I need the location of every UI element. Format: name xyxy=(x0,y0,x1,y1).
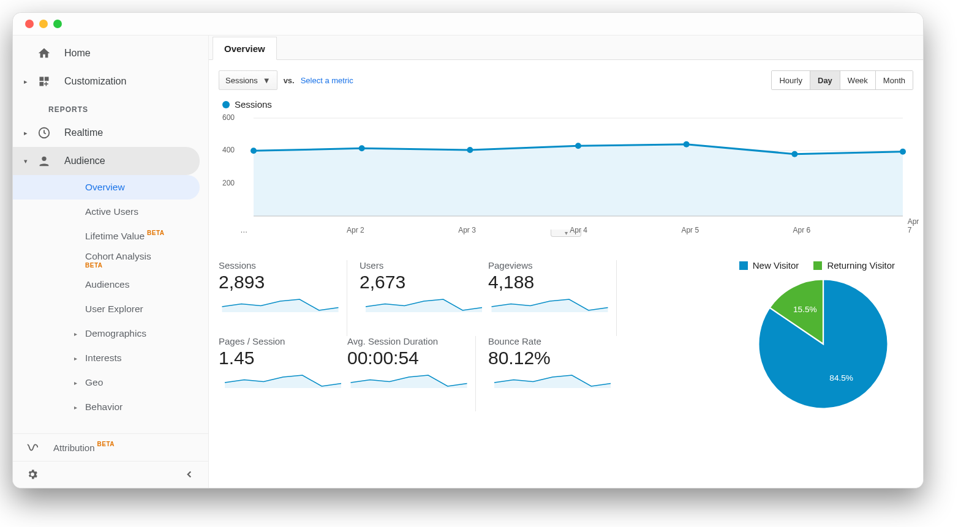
subnav-label: Cohort Analysis xyxy=(85,251,151,262)
chart-legend: Sessions xyxy=(222,99,913,110)
sparkline xyxy=(219,297,342,312)
subnav-user-explorer[interactable]: User Explorer xyxy=(13,297,208,321)
metric-card[interactable]: Sessions2,893 xyxy=(219,260,347,336)
nav-realtime[interactable]: ▸ Realtime xyxy=(13,119,208,147)
metric-card[interactable]: Users2,673 xyxy=(360,260,488,336)
subnav-label: User Explorer xyxy=(85,304,143,315)
subnav-behavior[interactable]: ▸Behavior xyxy=(13,395,208,419)
chevron-right-icon: ▸ xyxy=(24,78,36,86)
granularity-month[interactable]: Month xyxy=(875,71,913,89)
subnav-label: Interests xyxy=(85,353,121,364)
metric-name: Avg. Session Duration xyxy=(347,336,470,346)
subnav-overview-label: Overview xyxy=(85,182,125,193)
pie-legend-returning-label: Returning Visitor xyxy=(827,260,895,271)
collapse-sidebar-button[interactable] xyxy=(184,469,195,482)
swatch-icon xyxy=(813,261,822,270)
titlebar xyxy=(13,13,923,35)
svg-point-8 xyxy=(251,148,257,154)
subnav-geo[interactable]: ▸Geo xyxy=(13,370,208,395)
nav-audience[interactable]: ▾ Audience xyxy=(13,147,200,175)
nav-home[interactable]: Home xyxy=(13,39,208,67)
granularity-day[interactable]: Day xyxy=(810,71,840,89)
subnav-audiences[interactable]: Audiences xyxy=(13,272,208,297)
svg-rect-1 xyxy=(45,77,49,81)
metric-card[interactable]: Pageviews4,188 xyxy=(488,260,617,336)
metric-cards: Sessions2,893Users2,673Pageviews4,188Pag… xyxy=(219,260,709,411)
metric-value: 2,893 xyxy=(219,272,342,293)
metric-value: 2,673 xyxy=(360,272,488,293)
chevron-left-icon xyxy=(184,469,195,480)
primary-metric-dropdown[interactable]: Sessions ▼ xyxy=(219,70,277,90)
beta-badge: BETA xyxy=(147,230,164,236)
chart-legend-label: Sessions xyxy=(235,99,272,110)
sparkline xyxy=(219,373,347,388)
subnav-overview[interactable]: Overview xyxy=(13,175,200,200)
window-minimize-button[interactable] xyxy=(39,20,48,28)
select-secondary-metric-link[interactable]: Select a metric xyxy=(301,76,353,85)
subnav-interests[interactable]: ▸Interests xyxy=(13,346,208,370)
nav-reports-header: REPORTS xyxy=(13,95,208,119)
chart-controls-row: Sessions ▼ vs. Select a metric Hourly Da… xyxy=(219,67,913,93)
attribution-icon xyxy=(25,441,40,454)
svg-rect-2 xyxy=(40,82,44,86)
sessions-line-chart: ▾ 200400600…Apr 2Apr 3Apr 4Apr 5Apr 6Apr… xyxy=(219,112,913,234)
subnav-active-users[interactable]: Active Users xyxy=(13,200,208,224)
subnav-lifetime-value[interactable]: Lifetime Value BETA xyxy=(13,224,208,249)
main-panel: Overview Sessions ▼ vs. Select a metric … xyxy=(209,36,923,488)
metric-card[interactable]: Bounce Rate80.12% xyxy=(488,336,617,412)
subnav-demographics[interactable]: ▸Demographics xyxy=(13,321,208,346)
tab-overview[interactable]: Overview xyxy=(213,37,277,60)
primary-metric-label: Sessions xyxy=(225,76,258,85)
nav-realtime-label: Realtime xyxy=(64,127,103,138)
beta-badge: BETA xyxy=(97,441,115,447)
subnav-label: Active Users xyxy=(85,206,138,217)
side-nav: Home ▸ Customization REPORTS ▸ Realtime xyxy=(13,36,208,433)
tab-overview-label: Overview xyxy=(224,43,265,54)
visitor-pie-chart: 84.5%15.5% xyxy=(733,277,913,411)
chevron-right-icon: ▸ xyxy=(74,355,77,362)
home-icon xyxy=(36,45,52,61)
metric-card[interactable]: Pages / Session1.45 xyxy=(219,336,347,412)
nav-customization[interactable]: ▸ Customization xyxy=(13,67,208,95)
svg-point-10 xyxy=(467,147,473,153)
subnav-cohort-analysis[interactable]: Cohort Analysis BETA xyxy=(13,249,208,272)
vs-label: vs. xyxy=(284,76,295,85)
summary-row: Sessions2,893Users2,673Pageviews4,188Pag… xyxy=(219,260,913,411)
granularity-hourly[interactable]: Hourly xyxy=(772,71,810,89)
pie-legend-new: New Visitor xyxy=(739,260,799,271)
svg-text:15.5%: 15.5% xyxy=(793,305,817,314)
metric-card[interactable]: Avg. Session Duration00:00:54 xyxy=(347,336,476,412)
sidebar: Home ▸ Customization REPORTS ▸ Realtime xyxy=(13,36,209,488)
sparkline xyxy=(488,373,617,388)
metric-value: 00:00:54 xyxy=(347,348,470,368)
chevron-right-icon: ▸ xyxy=(74,379,77,386)
subnav-label: Audiences xyxy=(85,279,129,290)
subnav-label: Lifetime Value xyxy=(85,231,145,242)
nav-attribution[interactable]: Attribution BETA xyxy=(13,434,208,461)
window-close-button[interactable] xyxy=(25,20,34,28)
svg-text:84.5%: 84.5% xyxy=(829,373,853,383)
nav-attribution-label: Attribution xyxy=(53,443,95,453)
nav-customization-label: Customization xyxy=(64,76,126,87)
granularity-week[interactable]: Week xyxy=(840,71,875,89)
nav-home-label: Home xyxy=(64,48,91,59)
sparkline xyxy=(347,373,470,388)
metric-name: Users xyxy=(360,260,488,271)
caret-down-icon: ▼ xyxy=(263,76,271,85)
svg-point-14 xyxy=(900,149,906,155)
person-icon xyxy=(36,153,52,169)
window-zoom-button[interactable] xyxy=(53,20,62,28)
metric-value: 1.45 xyxy=(219,348,347,368)
sparkline xyxy=(488,297,611,312)
clock-icon xyxy=(36,125,52,141)
svg-point-11 xyxy=(575,143,581,149)
chevron-right-icon: ▸ xyxy=(74,331,77,337)
sidebar-bottom-bar xyxy=(13,461,208,488)
settings-button[interactable] xyxy=(26,468,39,483)
chevron-right-icon: ▸ xyxy=(74,404,77,411)
pie-legend-new-label: New Visitor xyxy=(753,260,799,271)
visitor-pie-panel: New Visitor Returning Visitor 84.5%15.5% xyxy=(709,260,913,411)
sparkline xyxy=(360,297,488,312)
metric-name: Sessions xyxy=(219,260,342,271)
svg-rect-0 xyxy=(40,77,44,81)
